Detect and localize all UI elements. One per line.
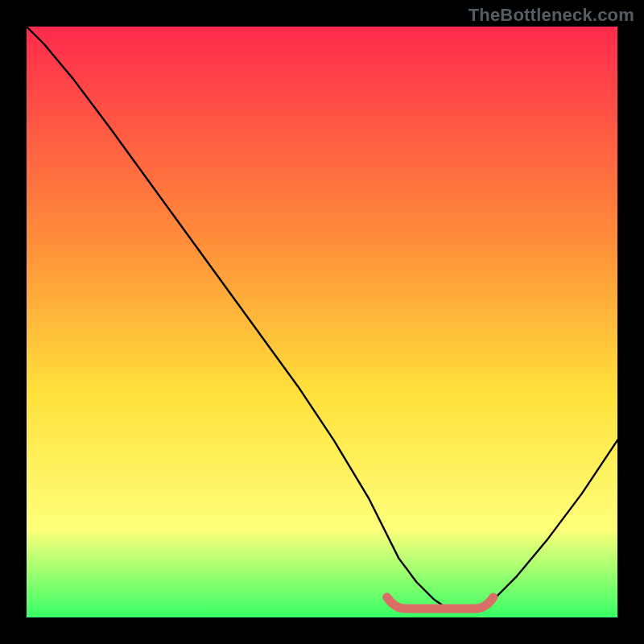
chart-svg [27, 27, 617, 617]
chart-stage: TheBottleneck.com [0, 0, 644, 644]
gradient-background [27, 27, 617, 617]
watermark-text: TheBottleneck.com [469, 5, 634, 26]
plot-area [27, 27, 617, 617]
